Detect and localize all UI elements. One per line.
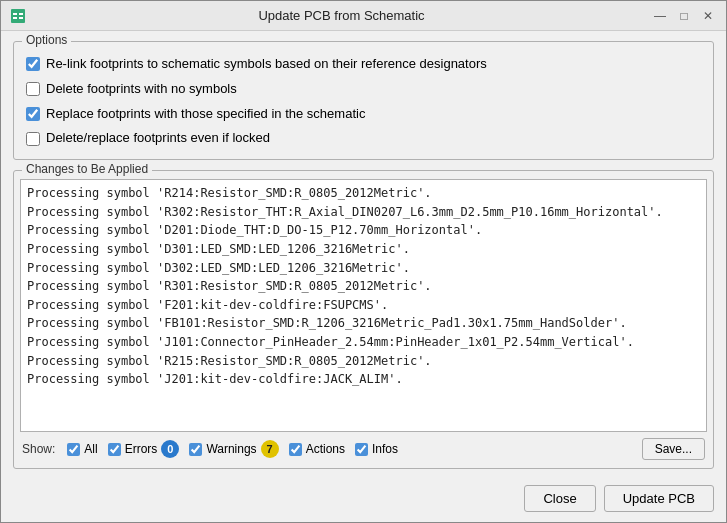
bottom-bar: Close Update PCB [1,479,726,522]
options-group-label: Options [22,33,71,47]
update-pcb-button[interactable]: Update PCB [604,485,714,512]
changes-inner: Processing symbol 'R214:Resistor_SMD:R_0… [14,171,713,468]
log-line: Processing symbol 'J201:kit-dev-coldfire… [27,370,700,389]
log-line: Processing symbol 'D301:LED_SMD:LED_1206… [27,240,700,259]
log-line: Processing symbol 'J101:Connector_PinHea… [27,333,700,352]
show-warnings-checkbox[interactable] [189,443,202,456]
window-title: Update PCB from Schematic [33,8,650,23]
show-bar: Show: All Errors 0 Warnings 7 [20,432,707,464]
svg-rect-2 [19,13,23,15]
show-all-label: All [84,442,97,456]
show-warnings-item: Warnings 7 [189,440,278,458]
option-delete-locked-label: Delete/replace footprints even if locked [46,128,270,149]
show-errors-label: Errors [125,442,158,456]
svg-rect-0 [11,9,25,23]
maximize-button[interactable]: □ [674,6,694,26]
option-replace-label: Replace footprints with those specified … [46,104,365,125]
window-controls: — □ ✕ [650,6,718,26]
show-infos-label: Infos [372,442,398,456]
option-delete-nosym-label: Delete footprints with no symbols [46,79,237,100]
show-infos-item: Infos [355,442,398,456]
titlebar: Update PCB from Schematic — □ ✕ [1,1,726,31]
app-icon [9,7,27,25]
svg-rect-1 [13,13,17,15]
close-button[interactable]: Close [524,485,595,512]
log-line: Processing symbol 'R301:Resistor_SMD:R_0… [27,277,700,296]
option-relink-row: Re-link footprints to schematic symbols … [26,54,701,75]
changes-group-label: Changes to Be Applied [22,162,152,176]
option-relink-label: Re-link footprints to schematic symbols … [46,54,487,75]
log-line: Processing symbol 'R215:Resistor_SMD:R_0… [27,352,700,371]
log-line: Processing symbol 'R214:Resistor_SMD:R_0… [27,184,700,203]
options-group: Options Re-link footprints to schematic … [13,41,714,160]
option-delete-locked-checkbox[interactable] [26,132,40,146]
content-area: Options Re-link footprints to schematic … [1,31,726,479]
show-infos-checkbox[interactable] [355,443,368,456]
log-area[interactable]: Processing symbol 'R214:Resistor_SMD:R_0… [20,179,707,432]
show-label: Show: [22,442,55,456]
minimize-button[interactable]: — [650,6,670,26]
main-window: Update PCB from Schematic — □ ✕ Options … [0,0,727,523]
show-actions-checkbox[interactable] [289,443,302,456]
show-all-item: All [67,442,97,456]
log-line: Processing symbol 'D302:LED_SMD:LED_1206… [27,259,700,278]
close-button[interactable]: ✕ [698,6,718,26]
show-errors-checkbox[interactable] [108,443,121,456]
save-button[interactable]: Save... [642,438,705,460]
log-line: Processing symbol 'R302:Resistor_THT:R_A… [27,203,700,222]
warnings-badge: 7 [261,440,279,458]
option-replace-row: Replace footprints with those specified … [26,104,701,125]
show-actions-label: Actions [306,442,345,456]
errors-badge: 0 [161,440,179,458]
log-line: Processing symbol 'D201:Diode_THT:D_DO-1… [27,221,700,240]
log-line: Processing symbol 'FB101:Resistor_SMD:R_… [27,314,700,333]
svg-rect-4 [19,17,23,19]
svg-rect-3 [13,17,17,19]
changes-group: Changes to Be Applied Processing symbol … [13,170,714,469]
show-actions-item: Actions [289,442,345,456]
show-errors-item: Errors 0 [108,440,180,458]
log-line: Processing symbol 'F201:kit-dev-coldfire… [27,296,700,315]
show-warnings-label: Warnings [206,442,256,456]
option-delete-locked-row: Delete/replace footprints even if locked [26,128,701,149]
option-replace-checkbox[interactable] [26,107,40,121]
show-all-checkbox[interactable] [67,443,80,456]
option-relink-checkbox[interactable] [26,57,40,71]
option-delete-nosym-row: Delete footprints with no symbols [26,79,701,100]
option-delete-nosym-checkbox[interactable] [26,82,40,96]
